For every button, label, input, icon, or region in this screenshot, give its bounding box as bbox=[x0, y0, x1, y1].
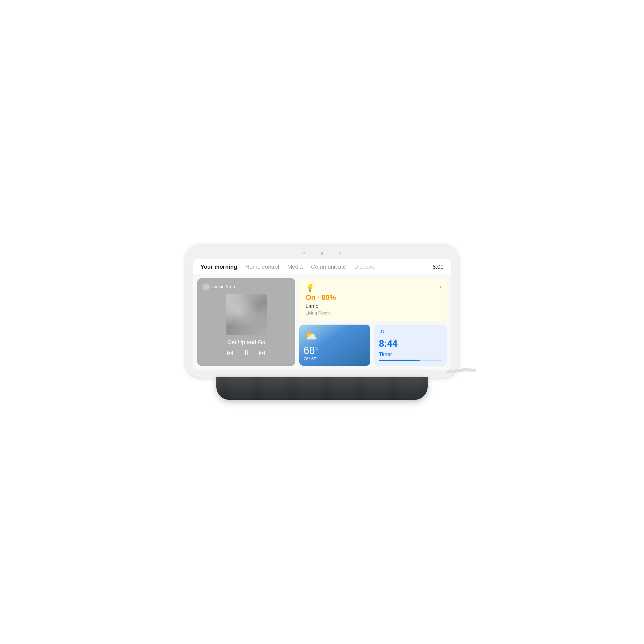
album-art bbox=[226, 294, 267, 335]
main-content: ♪ music & co Get Up and Go ⏮ ⏸ ⏭ bbox=[193, 274, 451, 370]
playback-controls: ⏮ ⏸ ⏭ bbox=[227, 349, 266, 356]
lamp-icon: 💡 bbox=[306, 283, 315, 292]
camera-dot-center bbox=[321, 252, 323, 255]
nav-item-communicate[interactable]: Communicate bbox=[311, 264, 346, 270]
song-title: Get Up and Go bbox=[227, 339, 265, 346]
music-header: ♪ music & co bbox=[202, 283, 290, 291]
timer-card[interactable]: ⏱ 8:44 Timer bbox=[374, 325, 447, 366]
camera-dot-right bbox=[339, 252, 341, 254]
device-frame: Your morning Home control Media Communic… bbox=[185, 244, 459, 378]
timer-header: ⏱ bbox=[379, 329, 442, 336]
camera-dot-left bbox=[303, 252, 305, 254]
camera-bar bbox=[193, 252, 451, 255]
lamp-card[interactable]: 💡 › On · 80% Lamp Living Room bbox=[299, 278, 447, 321]
lamp-status: On · 80% bbox=[306, 293, 442, 302]
album-art-texture bbox=[226, 294, 267, 335]
device-wrapper: Your morning Home control Media Communic… bbox=[185, 244, 459, 400]
pause-button[interactable]: ⏸ bbox=[243, 349, 250, 356]
weather-range: 76° 65° bbox=[303, 357, 366, 362]
music-service-label: music & co bbox=[212, 284, 235, 290]
nav-item-your-morning[interactable]: Your morning bbox=[200, 264, 237, 270]
timer-label: Timer bbox=[379, 351, 442, 357]
speaker-base bbox=[216, 377, 428, 400]
chevron-right-icon[interactable]: › bbox=[440, 283, 442, 290]
bottom-row: ⛅ 68° 76° 65° ⏱ 8:44 Timer bbox=[299, 325, 447, 366]
music-card[interactable]: ♪ music & co Get Up and Go ⏮ ⏸ ⏭ bbox=[197, 278, 295, 366]
nav-item-media[interactable]: Media bbox=[287, 264, 303, 270]
weather-temperature: 68° bbox=[303, 345, 366, 355]
device-screen: Your morning Home control Media Communic… bbox=[193, 259, 451, 370]
base-texture bbox=[216, 377, 428, 400]
nav-item-home-control[interactable]: Home control bbox=[245, 264, 279, 270]
timer-progress-bar-bg bbox=[379, 360, 442, 361]
weather-card[interactable]: ⛅ 68° 76° 65° bbox=[299, 325, 370, 366]
lamp-room: Living Room bbox=[306, 311, 442, 316]
prev-button[interactable]: ⏮ bbox=[227, 349, 234, 356]
nav-item-discover[interactable]: Discover bbox=[354, 264, 376, 270]
lamp-name: Lamp bbox=[306, 303, 442, 309]
weather-cloud-icon: ⛅ bbox=[304, 330, 317, 342]
timer-icon: ⏱ bbox=[379, 329, 385, 336]
lamp-card-top: 💡 › bbox=[306, 283, 442, 292]
music-service-icon: ♪ bbox=[202, 283, 210, 291]
clock-display: 8:00 bbox=[433, 264, 444, 270]
timer-time: 8:44 bbox=[379, 338, 442, 349]
right-panel: 💡 › On · 80% Lamp Living Room ⛅ 68° bbox=[299, 278, 447, 366]
timer-progress-bar-fill bbox=[379, 360, 420, 361]
nav-bar: Your morning Home control Media Communic… bbox=[193, 259, 451, 274]
next-button[interactable]: ⏭ bbox=[259, 349, 266, 356]
